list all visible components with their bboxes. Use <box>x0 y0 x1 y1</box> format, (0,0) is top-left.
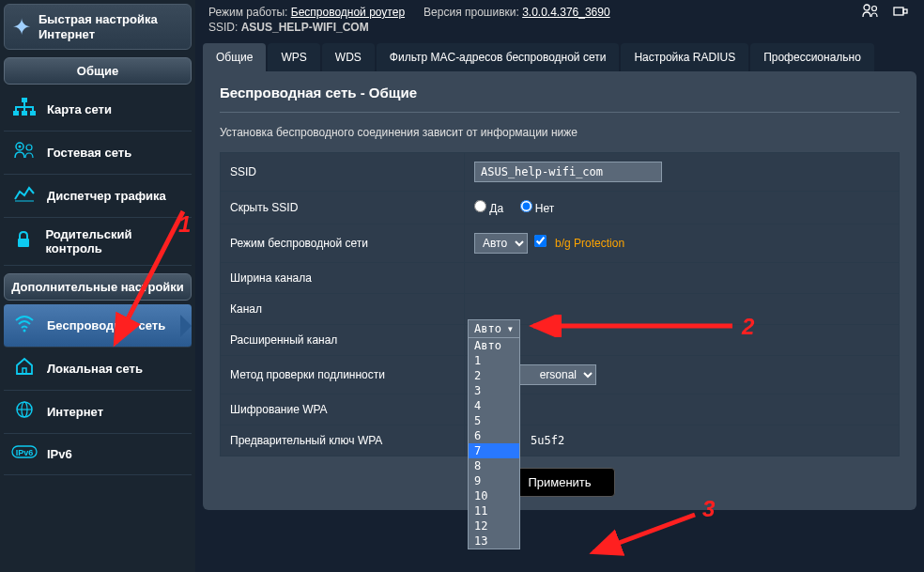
bg-protection-label: b/g Protection <box>555 237 624 250</box>
sidebar-item-traffic-manager[interactable]: Диспетчер трафика <box>4 175 192 218</box>
sidebar-item-lan[interactable]: Локальная сеть <box>4 348 192 391</box>
home-icon <box>11 357 38 380</box>
channel-option[interactable]: 3 <box>469 383 519 398</box>
sidebar: ✦ Быстрая настройка Интернет Общие Карта… <box>0 0 195 572</box>
tab-wds[interactable]: WDS <box>322 43 375 71</box>
quick-internet-setup[interactable]: ✦ Быстрая настройка Интернет <box>4 4 192 50</box>
row-auth-label: Метод проверки подлинности <box>221 356 465 394</box>
svg-rect-6 <box>13 111 19 116</box>
annotation-number-1: 1 <box>178 211 191 238</box>
tab-general[interactable]: Общие <box>203 43 266 71</box>
svg-point-22 <box>871 7 876 11</box>
channel-option[interactable]: 1 <box>469 353 519 368</box>
network-map-icon <box>11 98 38 121</box>
sidebar-item-label: Карта сети <box>47 102 112 116</box>
sidebar-item-wan[interactable]: Интернет <box>4 391 192 434</box>
page-description: Установка беспроводного соединения завис… <box>220 113 900 152</box>
quick-setup-label: Быстрая настройка Интернет <box>38 12 183 41</box>
row-channel-width-label: Ширина канала <box>221 263 465 294</box>
svg-point-10 <box>19 146 22 148</box>
sidebar-item-parental-control[interactable]: Родительский контроль <box>4 218 192 266</box>
usb-icon[interactable] <box>892 6 909 22</box>
row-ext-channel-label: Расширенный канал <box>221 325 465 356</box>
sidebar-item-label: Интернет <box>47 405 103 419</box>
channel-option[interactable]: Авто <box>469 338 519 353</box>
main-content: Режим работы: Беспроводной роутер Версия… <box>195 0 924 572</box>
page-title: Беспроводная сеть - Общие <box>220 85 900 113</box>
sidebar-item-label: Диспетчер трафика <box>47 189 166 203</box>
svg-text:IPv6: IPv6 <box>16 448 34 457</box>
channel-option[interactable]: 13 <box>469 533 519 549</box>
sidebar-section-advanced: Дополнительные настройки <box>4 273 192 301</box>
sidebar-item-network-map[interactable]: Карта сети <box>4 88 192 131</box>
svg-rect-8 <box>30 111 36 116</box>
svg-rect-0 <box>22 98 27 102</box>
channel-option[interactable]: 4 <box>469 398 519 413</box>
row-channel-label: Канал <box>221 294 465 325</box>
settings-table: SSID Скрыть SSID Да Нет Режим беспроводн… <box>220 152 900 456</box>
tab-bar: Общие WPS WDS Фильтр MAC-адресов беспров… <box>203 43 916 71</box>
ssid-value: ASUS_HELP-WIFI_COM <box>241 21 369 34</box>
channel-option[interactable]: 11 <box>469 503 519 518</box>
row-encryption-label: Шифрование WPA <box>221 394 465 425</box>
apply-button[interactable]: Применить <box>504 468 614 497</box>
annotation-number-2: 2 <box>742 314 754 340</box>
tab-professional[interactable]: Профессионально <box>750 43 874 71</box>
channel-select-dropdown[interactable]: Авто ▾ Авто 1 2 3 4 5 6 7 8 9 10 11 12 1… <box>468 319 520 549</box>
svg-rect-24 <box>903 9 907 13</box>
svg-point-21 <box>864 5 870 10</box>
fw-label: Версия прошивки: <box>424 6 519 19</box>
row-mode-label: Режим беспроводной сети <box>221 224 465 263</box>
svg-rect-5 <box>32 108 34 111</box>
channel-select-current[interactable]: Авто ▾ <box>469 320 519 338</box>
ssid-label: SSID: <box>208 21 238 34</box>
channel-option[interactable]: 9 <box>469 473 519 488</box>
hide-ssid-no[interactable]: Нет <box>520 202 555 215</box>
svg-rect-13 <box>18 239 29 247</box>
globe-icon <box>11 400 38 424</box>
top-info-bar: Режим работы: Беспроводной роутер Версия… <box>203 4 916 38</box>
guest-network-icon <box>11 141 38 164</box>
wireless-mode-select[interactable]: Авто <box>474 233 528 254</box>
channel-option[interactable]: 10 <box>469 488 519 503</box>
fw-link[interactable]: 3.0.0.4.376_3690 <box>522 6 609 19</box>
row-wpa-key-label: Предварительный ключ WPA <box>221 425 465 456</box>
ssid-input[interactable] <box>474 162 662 182</box>
tab-mac-filter[interactable]: Фильтр MAC-адресов беспроводной сети <box>377 43 620 71</box>
mode-label: Режим работы: <box>208 6 287 19</box>
sidebar-item-label: Родительский контроль <box>46 227 185 255</box>
traffic-manager-icon <box>11 184 38 208</box>
channel-option[interactable]: 5 <box>469 413 519 428</box>
mode-link[interactable]: Беспроводной роутер <box>291 6 405 19</box>
sidebar-section-general: Общие <box>4 57 192 85</box>
channel-option[interactable]: 6 <box>469 428 519 443</box>
wifi-icon <box>11 314 38 337</box>
clients-icon[interactable] <box>862 6 883 22</box>
sidebar-item-ipv6[interactable]: IPv6 IPv6 <box>4 434 192 475</box>
ipv6-icon: IPv6 <box>11 443 38 465</box>
annotation-number-3: 3 <box>702 496 715 522</box>
sidebar-item-label: IPv6 <box>47 447 72 461</box>
sidebar-item-label: Беспроводная сеть <box>47 318 165 332</box>
bg-protection-checkbox[interactable] <box>534 235 547 247</box>
svg-rect-23 <box>894 8 903 15</box>
sidebar-item-guest-network[interactable]: Гостевая сеть <box>4 131 192 175</box>
svg-point-11 <box>26 145 32 150</box>
chevron-down-icon: ▾ <box>507 322 514 335</box>
tab-radius[interactable]: Настройка RADIUS <box>621 43 748 71</box>
wand-icon: ✦ <box>12 14 31 40</box>
sidebar-item-wireless[interactable]: Беспроводная сеть <box>4 304 192 348</box>
sidebar-item-label: Локальная сеть <box>47 362 143 376</box>
row-hide-ssid-label: Скрыть SSID <box>221 192 465 224</box>
content-panel: Беспроводная сеть - Общие Установка бесп… <box>203 71 916 510</box>
channel-option[interactable]: 7 <box>469 443 519 458</box>
lock-icon <box>11 230 37 254</box>
channel-option[interactable]: 8 <box>469 458 519 473</box>
hide-ssid-yes[interactable]: Да <box>474 202 503 215</box>
svg-point-14 <box>23 330 26 332</box>
channel-option[interactable]: 2 <box>469 368 519 383</box>
channel-option[interactable]: 12 <box>469 518 519 533</box>
sidebar-item-label: Гостевая сеть <box>47 146 131 160</box>
svg-rect-7 <box>22 111 27 116</box>
tab-wps[interactable]: WPS <box>268 43 319 71</box>
